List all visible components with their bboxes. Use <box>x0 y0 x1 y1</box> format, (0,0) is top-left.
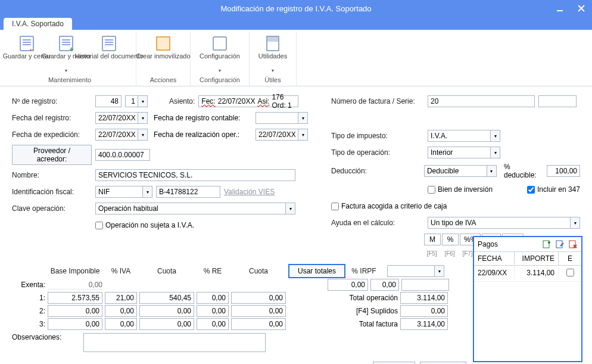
nregistro-input[interactable] <box>95 95 121 107</box>
bien-inversion-checkbox[interactable]: Bien de inversión <box>428 185 493 194</box>
total-factura-value[interactable] <box>400 318 448 330</box>
close-button[interactable] <box>571 0 592 17</box>
chevron-down-icon[interactable]: ▾ <box>435 265 444 277</box>
chevron-down-icon[interactable]: ▾ <box>286 203 295 214</box>
deduccion-label: Deducción: <box>331 167 420 175</box>
line1-re[interactable] <box>197 292 229 304</box>
chevron-down-icon[interactable]: ▾ <box>491 147 500 158</box>
line3-label: 3: <box>12 320 45 328</box>
pagos-row[interactable]: 22/09/XX 3.114,00 <box>474 266 581 282</box>
no-sujeta-checkbox[interactable]: Operación no sujeta a I.V.A. <box>95 221 194 229</box>
line3-base[interactable] <box>48 318 102 330</box>
suplidos-value[interactable] <box>400 305 448 317</box>
chevron-down-icon[interactable]: ▾ <box>138 112 148 124</box>
line2-cuota2[interactable] <box>231 305 286 317</box>
line2-re[interactable] <box>197 305 229 317</box>
line2-base[interactable] <box>48 305 102 317</box>
fecha-registro-input[interactable] <box>95 112 138 124</box>
utilities-label: Utilidades <box>233 52 313 60</box>
hdr-re: % RE <box>197 267 229 275</box>
line1-cuota[interactable] <box>139 292 194 304</box>
line1-label: 1: <box>12 294 45 302</box>
line2-cuota[interactable] <box>139 305 194 317</box>
tipo-operacion-label: Tipo de operación: <box>331 148 424 157</box>
id-fiscal-input[interactable] <box>156 186 220 198</box>
tipo-impuesto-select[interactable] <box>428 130 491 142</box>
utilities-button[interactable]: Utilidades ▾ <box>254 33 291 75</box>
pct-deducible-label: % deducible: <box>504 163 543 179</box>
ribbon-group-title: Configuración <box>200 75 240 86</box>
fecha-reg-contable-label: Fecha de registro contable: <box>154 114 252 122</box>
pagos-delete-button[interactable] <box>568 239 578 249</box>
chevron-down-icon[interactable]: ▾ <box>143 186 152 198</box>
pagos-row-importe: 3.114,00 <box>515 266 559 281</box>
chevron-down-icon: ▾ <box>65 68 67 73</box>
chevron-down-icon: ▾ <box>272 68 274 73</box>
titlebar: Modificación de registro de I.V.A. Sopor… <box>0 0 592 17</box>
pagos-title: Pagos <box>478 240 498 248</box>
fecha-exp-input[interactable] <box>95 129 138 141</box>
chevron-down-icon[interactable]: ▾ <box>571 217 580 229</box>
serie-input[interactable] <box>538 95 577 107</box>
create-fixed-asset-button[interactable]: Crear inmovilizado <box>141 33 185 75</box>
f6-hint: [F6] <box>442 250 459 257</box>
line1-cuota2[interactable] <box>231 292 286 304</box>
minimize-button[interactable] <box>549 0 571 17</box>
chevron-down-icon[interactable]: ▾ <box>138 129 148 141</box>
irpf-select[interactable] <box>387 265 435 277</box>
line2-iva[interactable] <box>105 305 137 317</box>
irpf-val3[interactable] <box>401 279 449 291</box>
asiento-display[interactable]: Fec: 22/07/20XX Asi: 176 Ord: 1 <box>198 95 298 107</box>
chevron-down-icon[interactable]: ▾ <box>298 112 308 124</box>
line3-re[interactable] <box>197 318 229 330</box>
document-edit-icon <box>556 240 564 248</box>
id-fiscal-type-select[interactable] <box>95 186 143 198</box>
irpf-val1[interactable] <box>328 279 368 291</box>
incluir-347-label: Incluir en 347 <box>537 185 580 194</box>
line1-base[interactable] <box>48 292 102 304</box>
pagos-row-e[interactable] <box>559 266 581 281</box>
pagos-add-button[interactable] <box>542 239 552 249</box>
chevron-down-icon[interactable]: ▾ <box>491 130 500 142</box>
nregistro-sub-input[interactable] <box>125 95 138 107</box>
chevron-down-icon[interactable]: ▾ <box>487 165 497 177</box>
fecha-exp-label: Fecha de expedición: <box>12 130 92 139</box>
proveedor-input[interactable] <box>95 149 150 161</box>
line1-iva[interactable] <box>105 292 137 304</box>
save-new-icon: + <box>59 35 73 52</box>
proveedor-button[interactable]: Proveedor / acreedor: <box>12 145 92 165</box>
pagos-row-e-checkbox[interactable] <box>566 269 574 276</box>
ayuda-calculo-select[interactable] <box>428 217 571 229</box>
deduccion-select[interactable] <box>424 165 487 177</box>
svg-rect-3 <box>543 241 549 248</box>
numfactura-input[interactable] <box>428 95 535 107</box>
calc-m-button[interactable]: M <box>424 234 441 245</box>
accept-button[interactable]: Aceptar <box>373 362 415 364</box>
calculator-icon <box>266 35 279 52</box>
tipo-impuesto-label: Tipo de impuesto: <box>331 132 424 140</box>
line3-cuota2[interactable] <box>231 318 286 330</box>
hdr-iva: % IVA <box>105 267 137 275</box>
nombre-input[interactable] <box>95 169 295 181</box>
chevron-down-icon[interactable]: ▾ <box>138 95 148 107</box>
document-delete-icon <box>569 240 577 248</box>
chevron-down-icon[interactable]: ▾ <box>298 129 308 141</box>
clave-op-select[interactable] <box>95 203 286 214</box>
cancel-button[interactable]: Cancelar <box>420 362 466 364</box>
line3-iva[interactable] <box>105 318 137 330</box>
usar-totales-button[interactable]: Usar totales <box>288 264 345 278</box>
calc-pct-button[interactable]: % <box>442 234 459 245</box>
criterio-caja-checkbox[interactable]: Factura acogida a criterio de caja <box>331 202 447 210</box>
fecha-real-oper-input[interactable] <box>256 129 298 141</box>
observaciones-textarea[interactable] <box>83 333 266 352</box>
fecha-reg-contable-input[interactable] <box>256 112 298 124</box>
tab-iva-soportado[interactable]: I.V.A. Soportado <box>4 18 72 30</box>
incluir-347-checkbox[interactable]: Incluir en 347 <box>527 185 580 194</box>
irpf-val2[interactable] <box>370 279 399 291</box>
pagos-edit-button[interactable] <box>555 239 565 249</box>
pct-deducible-input[interactable] <box>547 165 580 177</box>
total-operacion-value[interactable] <box>400 292 448 304</box>
line3-cuota[interactable] <box>139 318 194 330</box>
tipo-operacion-select[interactable] <box>428 147 491 158</box>
vies-link[interactable]: Validación VIES <box>224 188 275 196</box>
